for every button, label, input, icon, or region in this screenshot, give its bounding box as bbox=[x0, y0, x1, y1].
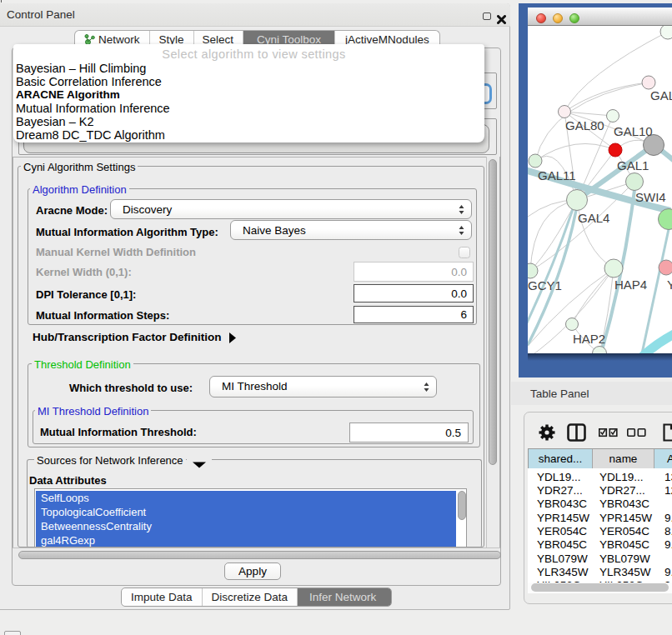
svg-text:GAL1: GAL1 bbox=[617, 158, 649, 172]
svg-text:GAL4: GAL4 bbox=[578, 211, 609, 225]
svg-text:GAL7: GAL7 bbox=[650, 88, 672, 102]
svg-text:HAP2: HAP2 bbox=[573, 332, 605, 346]
svg-text:SWI4: SWI4 bbox=[635, 190, 666, 204]
svg-text:GAL11: GAL11 bbox=[538, 168, 576, 182]
svg-text:GCY1: GCY1 bbox=[528, 278, 562, 292]
svg-text:GAL10: GAL10 bbox=[614, 124, 653, 138]
svg-text:GAL80: GAL80 bbox=[565, 118, 604, 132]
svg-text:HAP4: HAP4 bbox=[614, 278, 647, 292]
svg-text:YJ: YJ bbox=[667, 278, 672, 292]
